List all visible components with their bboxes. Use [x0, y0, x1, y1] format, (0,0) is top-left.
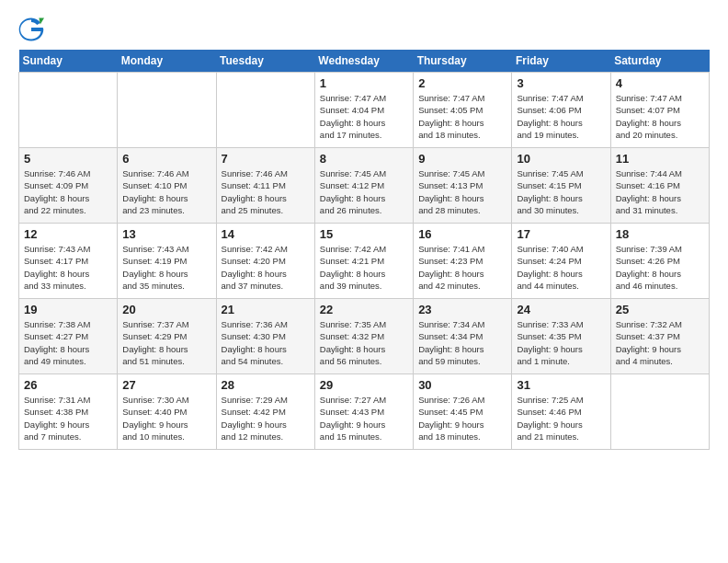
day-number: 9	[418, 152, 506, 166]
day-info: Sunrise: 7:47 AM Sunset: 4:07 PM Dayligh…	[616, 92, 704, 141]
day-cell: 23Sunrise: 7:34 AM Sunset: 4:34 PM Dayli…	[414, 299, 512, 374]
day-cell: 31Sunrise: 7:25 AM Sunset: 4:46 PM Dayli…	[512, 374, 610, 450]
day-number: 25	[616, 303, 704, 316]
day-number: 6	[122, 152, 210, 166]
day-info: Sunrise: 7:42 AM Sunset: 4:20 PM Dayligh…	[222, 243, 310, 292]
day-info: Sunrise: 7:41 AM Sunset: 4:23 PM Dayligh…	[418, 243, 506, 292]
day-cell: 15Sunrise: 7:42 AM Sunset: 4:21 PM Dayli…	[314, 224, 413, 299]
day-info: Sunrise: 7:38 AM Sunset: 4:27 PM Dayligh…	[24, 318, 112, 367]
day-cell: 2Sunrise: 7:47 AM Sunset: 4:05 PM Daylig…	[414, 73, 512, 148]
day-cell: 6Sunrise: 7:46 AM Sunset: 4:10 PM Daylig…	[118, 148, 216, 224]
day-info: Sunrise: 7:25 AM Sunset: 4:46 PM Dayligh…	[517, 394, 605, 442]
weekday-saturday: Saturday	[610, 50, 709, 73]
calendar-table: SundayMondayTuesdayWednesdayThursdayFrid…	[18, 50, 710, 450]
day-cell: 12Sunrise: 7:43 AM Sunset: 4:17 PM Dayli…	[19, 224, 118, 299]
day-number: 28	[222, 378, 310, 392]
day-info: Sunrise: 7:29 AM Sunset: 4:42 PM Dayligh…	[222, 394, 310, 442]
day-number: 4	[616, 76, 704, 90]
week-row-4: 19Sunrise: 7:38 AM Sunset: 4:27 PM Dayli…	[19, 299, 710, 374]
day-cell: 4Sunrise: 7:47 AM Sunset: 4:07 PM Daylig…	[610, 73, 709, 148]
day-cell: 8Sunrise: 7:45 AM Sunset: 4:12 PM Daylig…	[314, 148, 413, 224]
day-cell: 16Sunrise: 7:41 AM Sunset: 4:23 PM Dayli…	[414, 224, 512, 299]
day-info: Sunrise: 7:45 AM Sunset: 4:13 PM Dayligh…	[418, 167, 506, 216]
day-cell: 26Sunrise: 7:31 AM Sunset: 4:38 PM Dayli…	[19, 374, 118, 450]
day-cell: 30Sunrise: 7:26 AM Sunset: 4:45 PM Dayli…	[414, 374, 512, 450]
day-cell: 5Sunrise: 7:46 AM Sunset: 4:09 PM Daylig…	[19, 148, 118, 224]
day-info: Sunrise: 7:37 AM Sunset: 4:29 PM Dayligh…	[122, 318, 210, 367]
day-info: Sunrise: 7:31 AM Sunset: 4:38 PM Dayligh…	[24, 394, 112, 442]
day-cell: 1Sunrise: 7:47 AM Sunset: 4:04 PM Daylig…	[314, 73, 413, 148]
svg-marker-0	[39, 17, 44, 24]
day-info: Sunrise: 7:36 AM Sunset: 4:30 PM Dayligh…	[222, 318, 310, 367]
day-info: Sunrise: 7:44 AM Sunset: 4:16 PM Dayligh…	[616, 167, 704, 216]
week-row-5: 26Sunrise: 7:31 AM Sunset: 4:38 PM Dayli…	[19, 374, 710, 450]
day-cell: 13Sunrise: 7:43 AM Sunset: 4:19 PM Dayli…	[118, 224, 216, 299]
logo-icon	[18, 17, 44, 42]
weekday-tuesday: Tuesday	[216, 50, 314, 73]
day-cell: 20Sunrise: 7:37 AM Sunset: 4:29 PM Dayli…	[118, 299, 216, 374]
day-info: Sunrise: 7:33 AM Sunset: 4:35 PM Dayligh…	[517, 318, 605, 367]
day-cell: 17Sunrise: 7:40 AM Sunset: 4:24 PM Dayli…	[512, 224, 610, 299]
day-number: 31	[517, 378, 605, 392]
day-info: Sunrise: 7:46 AM Sunset: 4:10 PM Dayligh…	[122, 167, 210, 216]
day-info: Sunrise: 7:34 AM Sunset: 4:34 PM Dayligh…	[418, 318, 506, 367]
day-cell: 29Sunrise: 7:27 AM Sunset: 4:43 PM Dayli…	[314, 374, 413, 450]
day-number: 24	[517, 303, 605, 316]
day-cell	[19, 73, 118, 148]
day-number: 20	[122, 303, 210, 316]
day-number: 8	[320, 152, 408, 166]
day-cell: 22Sunrise: 7:35 AM Sunset: 4:32 PM Dayli…	[314, 299, 413, 374]
day-cell: 27Sunrise: 7:30 AM Sunset: 4:40 PM Dayli…	[118, 374, 216, 450]
day-number: 30	[418, 378, 506, 392]
day-number: 12	[24, 227, 112, 241]
day-info: Sunrise: 7:30 AM Sunset: 4:40 PM Dayligh…	[122, 394, 210, 442]
week-row-2: 5Sunrise: 7:46 AM Sunset: 4:09 PM Daylig…	[19, 148, 710, 224]
day-info: Sunrise: 7:43 AM Sunset: 4:17 PM Dayligh…	[24, 243, 112, 292]
header	[18, 17, 710, 42]
day-number: 13	[122, 227, 210, 241]
day-cell	[216, 73, 314, 148]
day-number: 1	[320, 76, 408, 90]
day-number: 18	[616, 227, 704, 241]
day-info: Sunrise: 7:40 AM Sunset: 4:24 PM Dayligh…	[517, 243, 605, 292]
day-cell	[610, 374, 709, 450]
day-info: Sunrise: 7:43 AM Sunset: 4:19 PM Dayligh…	[122, 243, 210, 292]
weekday-wednesday: Wednesday	[314, 50, 413, 73]
day-number: 5	[24, 152, 112, 166]
day-info: Sunrise: 7:26 AM Sunset: 4:45 PM Dayligh…	[418, 394, 506, 442]
day-cell: 10Sunrise: 7:45 AM Sunset: 4:15 PM Dayli…	[512, 148, 610, 224]
day-number: 29	[320, 378, 408, 392]
day-number: 26	[24, 378, 112, 392]
day-info: Sunrise: 7:32 AM Sunset: 4:37 PM Dayligh…	[616, 318, 704, 367]
day-info: Sunrise: 7:46 AM Sunset: 4:09 PM Dayligh…	[24, 167, 112, 216]
day-number: 17	[517, 227, 605, 241]
day-cell	[118, 73, 216, 148]
day-info: Sunrise: 7:39 AM Sunset: 4:26 PM Dayligh…	[616, 243, 704, 292]
day-cell: 28Sunrise: 7:29 AM Sunset: 4:42 PM Dayli…	[216, 374, 314, 450]
day-cell: 11Sunrise: 7:44 AM Sunset: 4:16 PM Dayli…	[610, 148, 709, 224]
weekday-header-row: SundayMondayTuesdayWednesdayThursdayFrid…	[19, 50, 710, 73]
day-info: Sunrise: 7:42 AM Sunset: 4:21 PM Dayligh…	[320, 243, 408, 292]
day-cell: 18Sunrise: 7:39 AM Sunset: 4:26 PM Dayli…	[610, 224, 709, 299]
day-info: Sunrise: 7:27 AM Sunset: 4:43 PM Dayligh…	[320, 394, 408, 442]
day-number: 27	[122, 378, 210, 392]
day-cell: 14Sunrise: 7:42 AM Sunset: 4:20 PM Dayli…	[216, 224, 314, 299]
day-number: 16	[418, 227, 506, 241]
day-number: 2	[418, 76, 506, 90]
day-number: 3	[517, 76, 605, 90]
page: SundayMondayTuesdayWednesdayThursdayFrid…	[0, 0, 728, 459]
day-cell: 9Sunrise: 7:45 AM Sunset: 4:13 PM Daylig…	[414, 148, 512, 224]
day-info: Sunrise: 7:45 AM Sunset: 4:15 PM Dayligh…	[517, 167, 605, 216]
logo	[18, 17, 48, 42]
day-number: 23	[418, 303, 506, 316]
day-info: Sunrise: 7:45 AM Sunset: 4:12 PM Dayligh…	[320, 167, 408, 216]
day-cell: 24Sunrise: 7:33 AM Sunset: 4:35 PM Dayli…	[512, 299, 610, 374]
day-number: 14	[222, 227, 310, 241]
day-info: Sunrise: 7:47 AM Sunset: 4:04 PM Dayligh…	[320, 92, 408, 141]
day-number: 21	[222, 303, 310, 316]
day-number: 19	[24, 303, 112, 316]
day-number: 11	[616, 152, 704, 166]
day-number: 10	[517, 152, 605, 166]
day-info: Sunrise: 7:46 AM Sunset: 4:11 PM Dayligh…	[222, 167, 310, 216]
day-number: 22	[320, 303, 408, 316]
